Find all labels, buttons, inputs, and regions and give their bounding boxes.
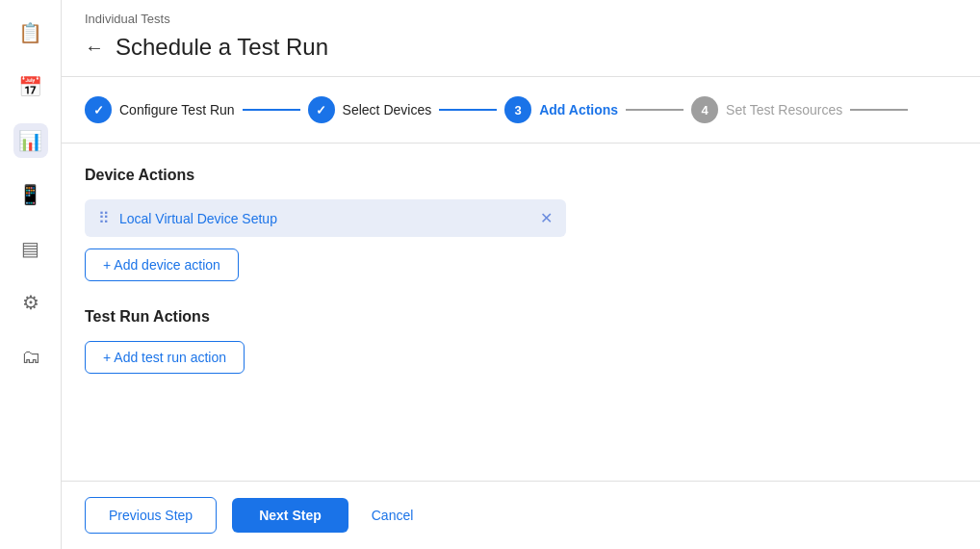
- step-configure: ✓ Configure Test Run: [85, 96, 235, 123]
- back-button[interactable]: ←: [85, 37, 104, 59]
- calendar-icon: 📅: [18, 75, 42, 98]
- footer: Previous Step Next Step Cancel: [62, 481, 980, 549]
- drag-handle-icon[interactable]: ⠿: [98, 209, 110, 227]
- sidebar-item-calendar[interactable]: 📅: [13, 69, 48, 104]
- connector-4: [850, 109, 908, 111]
- action-item-left: ⠿ Local Virtual Device Setup: [98, 209, 277, 227]
- step-select-devices: ✓ Select Devices: [308, 96, 432, 123]
- add-test-run-action-button[interactable]: + Add test run action: [85, 341, 245, 374]
- cancel-button[interactable]: Cancel: [364, 498, 422, 533]
- step-select-devices-circle: ✓: [308, 96, 335, 123]
- server-icon: ▤: [21, 237, 39, 260]
- step-configure-label: Configure Test Run: [119, 102, 235, 118]
- step-set-resources: 4 Set Test Resources: [691, 96, 842, 123]
- step-add-actions: 3 Add Actions: [504, 96, 618, 123]
- sidebar-item-gear[interactable]: ⚙: [13, 285, 48, 320]
- sidebar-item-folder[interactable]: 🗂: [13, 339, 48, 374]
- main-content: Individual Tests ← Schedule a Test Run ✓…: [62, 0, 980, 549]
- sidebar-item-server[interactable]: ▤: [13, 231, 48, 266]
- step-set-resources-circle: 4: [691, 96, 718, 123]
- page-title: Schedule a Test Run: [116, 34, 328, 61]
- clipboard-icon: 📋: [18, 21, 42, 44]
- stepper: ✓ Configure Test Run ✓ Select Devices 3 …: [62, 77, 980, 144]
- page-title-row: ← Schedule a Test Run: [85, 34, 957, 76]
- step-set-resources-label: Set Test Resources: [726, 102, 842, 118]
- connector-1: [243, 109, 300, 111]
- content-area: Device Actions ⠿ Local Virtual Device Se…: [62, 144, 980, 481]
- breadcrumb: Individual Tests: [85, 12, 957, 26]
- add-test-run-action-label: + Add test run action: [103, 350, 226, 365]
- step-add-actions-circle: 3: [504, 96, 531, 123]
- step-add-actions-label: Add Actions: [539, 102, 618, 118]
- sidebar-item-device[interactable]: 📱: [13, 177, 48, 212]
- folder-icon: 🗂: [21, 346, 40, 368]
- sidebar-item-clipboard[interactable]: 📋: [13, 15, 48, 50]
- next-step-button[interactable]: Next Step: [232, 498, 348, 533]
- connector-2: [439, 109, 497, 111]
- sidebar: 📋 📅 📊 📱 ▤ ⚙ 🗂: [0, 0, 62, 549]
- device-action-label: Local Virtual Device Setup: [119, 211, 277, 226]
- sidebar-item-chart[interactable]: 📊: [13, 123, 48, 158]
- add-device-action-label: + Add device action: [103, 257, 220, 273]
- device-action-item: ⠿ Local Virtual Device Setup ✕: [85, 199, 566, 237]
- header: Individual Tests ← Schedule a Test Run: [62, 0, 980, 77]
- device-actions-title: Device Actions: [85, 167, 957, 184]
- connector-3: [626, 109, 683, 111]
- gear-icon: ⚙: [22, 291, 39, 314]
- remove-device-action-button[interactable]: ✕: [540, 209, 553, 227]
- chart-icon: 📊: [18, 129, 42, 152]
- step-select-devices-label: Select Devices: [343, 102, 432, 118]
- add-device-action-button[interactable]: + Add device action: [85, 248, 239, 281]
- previous-step-button[interactable]: Previous Step: [85, 497, 217, 534]
- step-configure-circle: ✓: [85, 96, 112, 123]
- device-icon: 📱: [18, 183, 42, 206]
- test-run-actions-title: Test Run Actions: [85, 308, 957, 326]
